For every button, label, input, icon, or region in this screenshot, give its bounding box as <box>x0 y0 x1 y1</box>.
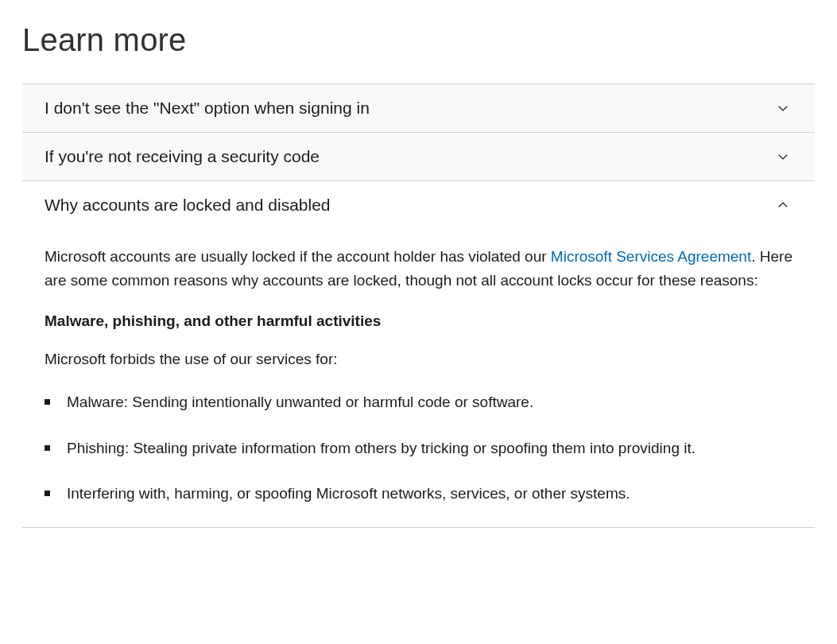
accordion-header-security-code[interactable]: If you're not receiving a security code <box>22 133 815 180</box>
services-agreement-link[interactable]: Microsoft Services Agreement <box>551 248 751 265</box>
subhead-malware-phishing: Malware, phishing, and other harmful act… <box>45 312 792 330</box>
intro-paragraph: Microsoft accounts are usually locked if… <box>45 245 792 293</box>
accordion-content-locked-disabled: Microsoft accounts are usually locked if… <box>22 229 815 505</box>
accordion-item-locked-disabled: Why accounts are locked and disabled Mic… <box>22 181 815 528</box>
list-item: Interfering with, harming, or spoofing M… <box>45 482 792 505</box>
accordion: I don't see the "Next" option when signi… <box>22 83 815 528</box>
forbidden-activities-list: Malware: Sending intentionally unwanted … <box>45 390 792 505</box>
list-item: Malware: Sending intentionally unwanted … <box>45 390 792 413</box>
chevron-up-icon <box>773 196 792 215</box>
chevron-down-icon <box>773 147 792 166</box>
accordion-title: I don't see the "Next" option when signi… <box>45 99 370 118</box>
accordion-header-next-option[interactable]: I don't see the "Next" option when signi… <box>22 84 815 132</box>
list-item: Phishing: Stealing private information f… <box>45 436 792 460</box>
chevron-down-icon <box>773 99 792 118</box>
accordion-header-locked-disabled[interactable]: Why accounts are locked and disabled <box>22 181 815 229</box>
page-title: Learn more <box>22 22 815 58</box>
accordion-item-next-option: I don't see the "Next" option when signi… <box>22 84 815 133</box>
accordion-title: If you're not receiving a security code <box>45 147 320 166</box>
forbids-paragraph: Microsoft forbids the use of our service… <box>45 347 792 371</box>
intro-text-pre: Microsoft accounts are usually locked if… <box>45 248 551 265</box>
accordion-item-security-code: If you're not receiving a security code <box>22 133 815 181</box>
accordion-title: Why accounts are locked and disabled <box>45 196 331 215</box>
